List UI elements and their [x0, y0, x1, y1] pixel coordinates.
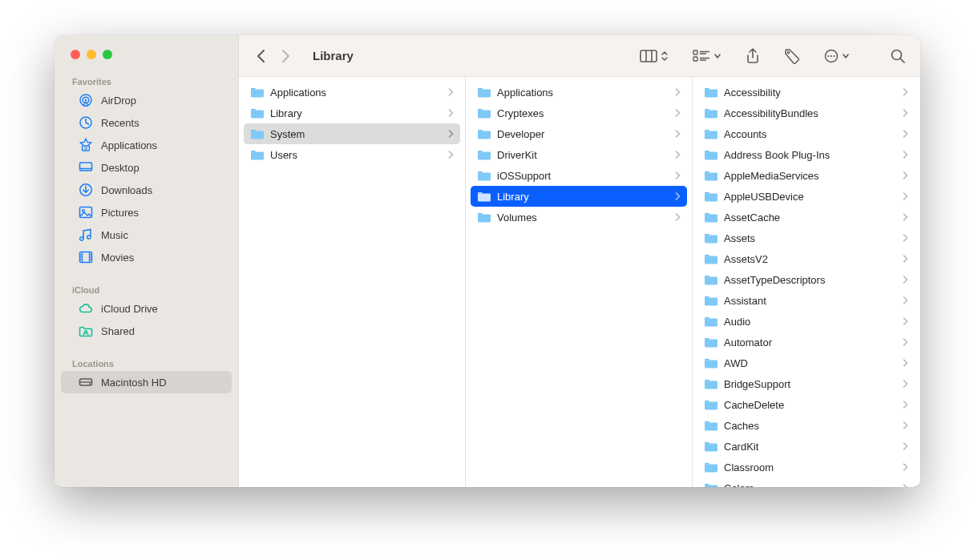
folder-icon — [704, 232, 718, 244]
folder-row[interactable]: AccessibilityBundles — [697, 103, 915, 123]
sidebar-item-applications[interactable]: Applications — [61, 134, 232, 156]
folder-row[interactable]: Classroom — [697, 457, 915, 477]
folder-icon — [704, 170, 718, 181]
sidebar-item-label: Recents — [101, 117, 139, 129]
sidebar-item-label: Movies — [101, 252, 134, 264]
folder-row[interactable]: Assets — [697, 228, 915, 248]
folder-row[interactable]: Users — [244, 144, 460, 165]
chevron-right-icon — [903, 213, 908, 221]
folder-row[interactable]: Cryptexes — [471, 103, 687, 123]
forward-button[interactable] — [281, 49, 290, 63]
folder-row[interactable]: Audio — [697, 311, 915, 332]
chevron-right-icon — [903, 255, 908, 263]
folder-row[interactable]: AssetTypeDescriptors — [697, 269, 915, 290]
sidebar-item-airdrop[interactable]: AirDrop — [61, 89, 232, 111]
folder-row[interactable]: Developer — [471, 123, 687, 144]
folder-row[interactable]: AppleMediaServices — [697, 165, 915, 186]
chevron-right-icon — [903, 151, 908, 159]
folder-row[interactable]: CacheDelete — [697, 394, 915, 415]
folder-row[interactable]: Accessibility — [697, 82, 915, 103]
sidebar-item-label: Downloads — [101, 184, 152, 196]
folder-row[interactable]: BridgeSupport — [697, 373, 915, 394]
folder-row[interactable]: Automator — [697, 332, 915, 353]
back-button[interactable] — [257, 49, 266, 63]
actions-button[interactable] — [824, 49, 850, 63]
sidebar-item-movies[interactable]: Movies — [61, 246, 232, 268]
folder-row[interactable]: Address Book Plug-Ins — [697, 144, 915, 165]
sidebar-item-shared[interactable]: Shared — [61, 320, 232, 342]
folder-row[interactable]: Caches — [697, 415, 915, 436]
sidebar-item-label: Macintosh HD — [101, 377, 167, 389]
sidebar-section-title: iCloud — [55, 285, 238, 295]
sidebar-item-music[interactable]: Music — [61, 224, 232, 246]
folder-name: Colors — [724, 482, 897, 488]
sidebar-item-recents[interactable]: Recents — [61, 111, 232, 134]
sidebar-item-pictures[interactable]: Pictures — [61, 201, 232, 224]
sidebar-section-title: Locations — [55, 359, 238, 369]
folder-icon — [477, 149, 491, 160]
sidebar-item-icloud-drive[interactable]: iCloud Drive — [61, 297, 232, 320]
folder-row[interactable]: AWD — [697, 353, 915, 373]
chevron-right-icon — [903, 317, 908, 325]
svg-rect-3 — [693, 50, 697, 54]
folder-row[interactable]: Applications — [471, 82, 687, 103]
folder-name: Assistant — [724, 295, 897, 307]
fullscreen-window-button[interactable] — [103, 50, 112, 59]
sidebar-item-label: Music — [101, 229, 128, 241]
chevron-right-icon — [903, 401, 908, 409]
folder-row[interactable]: Volumes — [471, 207, 687, 228]
apps-icon — [79, 138, 93, 152]
chevron-right-icon — [675, 213, 681, 221]
folder-row[interactable]: Library — [471, 186, 687, 207]
view-mode-button[interactable] — [640, 50, 669, 62]
folder-row[interactable]: DriverKit — [471, 144, 687, 165]
folder-icon — [477, 87, 491, 98]
folder-name: Applications — [497, 87, 669, 99]
column-view: ApplicationsLibrarySystemUsersApplicatio… — [239, 77, 920, 487]
sidebar-item-desktop[interactable]: Desktop — [61, 156, 232, 179]
folder-name: Classroom — [724, 461, 897, 473]
folder-row[interactable]: Colors — [697, 477, 915, 487]
folder-row[interactable]: Assistant — [697, 290, 915, 311]
folder-row[interactable]: AppleUSBDevice — [697, 186, 915, 207]
share-button[interactable] — [746, 48, 760, 64]
chevron-right-icon — [903, 88, 908, 96]
folder-name: AccessibilityBundles — [724, 107, 897, 119]
folder-icon — [704, 107, 718, 119]
folder-row[interactable]: CardKit — [697, 436, 915, 457]
minimize-window-button[interactable] — [87, 50, 96, 59]
folder-row[interactable]: Applications — [244, 82, 460, 103]
svg-rect-4 — [693, 57, 697, 61]
folder-row[interactable]: AssetCache — [697, 207, 915, 228]
folder-row[interactable]: AssetsV2 — [697, 248, 915, 269]
chevron-right-icon — [448, 151, 454, 159]
folder-icon — [704, 336, 718, 348]
column-2: AccessibilityAccessibilityBundlesAccount… — [693, 77, 919, 487]
main-area: Library — [239, 35, 920, 487]
folder-row[interactable]: iOSSupport — [471, 165, 687, 186]
sidebar-item-downloads[interactable]: Downloads — [61, 179, 232, 201]
sidebar-item-macintosh-hd[interactable]: Macintosh HD — [61, 371, 232, 393]
folder-name: Library — [497, 191, 669, 203]
close-window-button[interactable] — [71, 50, 80, 59]
cloud-icon — [79, 301, 93, 316]
folder-icon — [704, 128, 718, 139]
svg-rect-0 — [641, 50, 657, 62]
folder-icon — [704, 461, 718, 473]
chevron-right-icon — [903, 276, 908, 284]
search-button[interactable] — [890, 48, 906, 64]
tags-button[interactable] — [784, 48, 800, 64]
folder-name: Users — [270, 149, 443, 161]
svg-point-13 — [833, 54, 835, 56]
desktop-icon — [79, 160, 93, 175]
folder-icon — [477, 170, 491, 181]
window-title: Library — [313, 49, 354, 62]
folder-icon — [250, 87, 265, 98]
folder-row[interactable]: System — [244, 123, 460, 144]
chevron-right-icon — [448, 109, 454, 117]
folder-row[interactable]: Library — [244, 103, 460, 123]
sidebar-item-label: AirDrop — [101, 95, 136, 107]
folder-row[interactable]: Accounts — [697, 123, 915, 144]
toolbar: Library — [239, 35, 920, 77]
group-button[interactable] — [693, 50, 721, 62]
